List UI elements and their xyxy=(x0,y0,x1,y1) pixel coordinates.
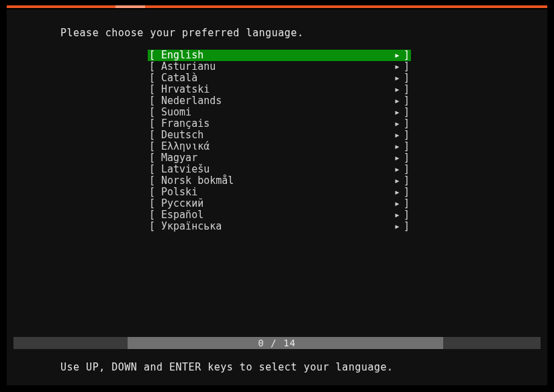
bracket-left: [ xyxy=(148,164,158,175)
language-option[interactable]: [Français▸] xyxy=(148,118,411,130)
bracket-left: [ xyxy=(148,61,158,72)
chevron-right-icon: ▸ xyxy=(387,152,400,164)
language-option[interactable]: [Nederlands▸] xyxy=(148,95,411,107)
chevron-right-icon: ▸ xyxy=(387,198,400,209)
bracket-right: ] xyxy=(400,198,411,209)
bracket-left: [ xyxy=(148,95,158,107)
bracket-right: ] xyxy=(400,72,411,84)
language-label: Hrvatski xyxy=(158,84,387,95)
language-label: Ελληνικά xyxy=(158,141,387,152)
installer-screen: Please choose your preferred language. [… xyxy=(0,0,554,392)
bracket-left: [ xyxy=(148,175,158,187)
language-label: Deutsch xyxy=(158,130,387,141)
chevron-right-icon: ▸ xyxy=(387,118,400,130)
language-option[interactable]: [Latviešu▸] xyxy=(148,164,411,175)
progress-text: 0 / 14 xyxy=(258,338,296,348)
bracket-right: ] xyxy=(400,118,411,130)
bracket-right: ] xyxy=(400,209,411,221)
language-label: Français xyxy=(158,118,387,130)
bracket-right: ] xyxy=(400,141,411,152)
language-label: Русский xyxy=(158,198,387,209)
language-option[interactable]: [Suomi▸] xyxy=(148,107,411,118)
chevron-right-icon: ▸ xyxy=(387,50,400,61)
bracket-left: [ xyxy=(148,107,158,118)
language-label: Asturianu xyxy=(158,61,387,72)
bracket-left: [ xyxy=(148,187,158,198)
language-label: Suomi xyxy=(158,107,387,118)
bracket-right: ] xyxy=(400,152,411,164)
language-option[interactable]: [Deutsch▸] xyxy=(148,130,411,141)
chevron-right-icon: ▸ xyxy=(387,221,400,232)
chevron-right-icon: ▸ xyxy=(387,130,400,141)
language-label: Polski xyxy=(158,187,387,198)
bracket-right: ] xyxy=(400,95,411,107)
bracket-left: [ xyxy=(148,130,158,141)
language-option[interactable]: [Español▸] xyxy=(148,209,411,221)
language-label: Nederlands xyxy=(158,95,387,107)
language-label: Español xyxy=(158,209,387,221)
bracket-left: [ xyxy=(148,198,158,209)
language-option[interactable]: [Ελληνικά▸] xyxy=(148,141,411,152)
language-option[interactable]: [Asturianu▸] xyxy=(148,61,411,72)
prompt-text: Please choose your preferred language. xyxy=(60,27,304,39)
language-option[interactable]: [Norsk bokmål▸] xyxy=(148,175,411,187)
language-label: Latviešu xyxy=(158,164,387,175)
bracket-left: [ xyxy=(148,221,158,232)
bracket-left: [ xyxy=(148,84,158,95)
bracket-left: [ xyxy=(148,152,158,164)
chevron-right-icon: ▸ xyxy=(387,175,400,187)
chevron-right-icon: ▸ xyxy=(387,187,400,198)
bracket-right: ] xyxy=(400,164,411,175)
language-list[interactable]: [English▸][Asturianu▸][Català▸][Hrvatski… xyxy=(148,50,411,232)
progress-bar: 0 / 14 xyxy=(13,337,541,349)
bracket-left: [ xyxy=(148,141,158,152)
footer-hint: Use UP, DOWN and ENTER keys to select yo… xyxy=(60,361,394,373)
language-label: Українська xyxy=(158,221,387,232)
main-panel: Please choose your preferred language. [… xyxy=(7,9,547,385)
language-label: English xyxy=(158,50,387,61)
bracket-right: ] xyxy=(400,84,411,95)
chevron-right-icon: ▸ xyxy=(387,209,400,221)
chevron-right-icon: ▸ xyxy=(387,72,400,84)
bracket-right: ] xyxy=(400,187,411,198)
language-option[interactable]: [Hrvatski▸] xyxy=(148,84,411,95)
language-label: Català xyxy=(158,72,387,84)
language-option[interactable]: [Українська▸] xyxy=(148,221,411,232)
bracket-left: [ xyxy=(148,118,158,130)
bracket-right: ] xyxy=(400,175,411,187)
language-option[interactable]: [Русский▸] xyxy=(148,198,411,209)
chevron-right-icon: ▸ xyxy=(387,95,400,107)
chevron-right-icon: ▸ xyxy=(387,141,400,152)
bracket-left: [ xyxy=(148,50,158,61)
bracket-right: ] xyxy=(400,50,411,61)
chevron-right-icon: ▸ xyxy=(387,107,400,118)
language-option[interactable]: [Polski▸] xyxy=(148,187,411,198)
header-bar xyxy=(7,5,547,8)
language-option[interactable]: [Català▸] xyxy=(148,72,411,84)
chevron-right-icon: ▸ xyxy=(387,164,400,175)
language-label: Magyar xyxy=(158,152,387,164)
language-label: Norsk bokmål xyxy=(158,175,387,187)
language-option[interactable]: [English▸] xyxy=(148,50,411,61)
bracket-right: ] xyxy=(400,130,411,141)
language-option[interactable]: [Magyar▸] xyxy=(148,152,411,164)
header-accent xyxy=(116,5,145,8)
chevron-right-icon: ▸ xyxy=(387,61,400,72)
bracket-right: ] xyxy=(400,107,411,118)
chevron-right-icon: ▸ xyxy=(387,84,400,95)
bracket-right: ] xyxy=(400,221,411,232)
bracket-left: [ xyxy=(148,72,158,84)
bracket-left: [ xyxy=(148,209,158,221)
bracket-right: ] xyxy=(400,61,411,72)
